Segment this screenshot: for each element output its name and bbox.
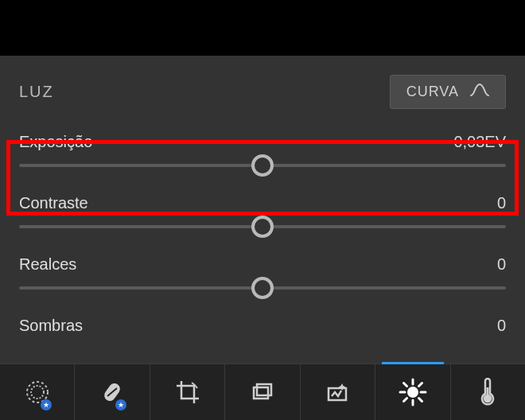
highlights-value: 0 bbox=[497, 255, 506, 274]
highlights-slider[interactable] bbox=[19, 286, 506, 290]
star-badge-icon: ★ bbox=[41, 399, 52, 410]
highlights-slider-row: Realces 0 bbox=[0, 246, 525, 307]
exposure-value: -0,03EV bbox=[449, 133, 506, 151]
svg-line-12 bbox=[403, 383, 406, 387]
svg-line-15 bbox=[418, 383, 422, 387]
svg-line-13 bbox=[418, 399, 422, 402]
svg-rect-4 bbox=[254, 387, 268, 399]
section-header: LUZ CURVA bbox=[0, 56, 525, 123]
heal-tool[interactable]: ★ bbox=[75, 364, 150, 420]
svg-point-1 bbox=[31, 386, 44, 399]
shadows-slider-row: Sombras 0 bbox=[0, 307, 525, 335]
contrast-slider-row: Contraste 0 bbox=[0, 185, 525, 246]
exposure-label: Exposição bbox=[19, 133, 92, 151]
exposure-handle[interactable] bbox=[251, 154, 274, 177]
shadows-value: 0 bbox=[497, 317, 506, 335]
shadows-label: Sombras bbox=[19, 317, 83, 335]
highlights-label: Realces bbox=[19, 255, 76, 274]
exposure-slider[interactable] bbox=[19, 164, 506, 167]
contrast-slider[interactable] bbox=[19, 225, 506, 228]
color-temp-tool[interactable] bbox=[451, 364, 525, 420]
presets-tool[interactable] bbox=[225, 364, 300, 420]
curve-button[interactable]: CURVA bbox=[390, 75, 506, 109]
contrast-value: 0 bbox=[497, 194, 506, 212]
auto-tool[interactable] bbox=[301, 364, 375, 420]
crop-tool[interactable] bbox=[150, 364, 225, 420]
section-title: LUZ bbox=[19, 83, 54, 101]
highlights-handle[interactable] bbox=[251, 277, 274, 299]
curve-button-label: CURVA bbox=[406, 84, 459, 100]
curve-icon bbox=[470, 84, 489, 100]
bottom-toolbar: ★ ★ bbox=[0, 364, 525, 420]
exposure-slider-row: Exposição -0,03EV bbox=[0, 123, 525, 185]
star-badge-icon: ★ bbox=[115, 399, 126, 410]
contrast-handle[interactable] bbox=[251, 216, 274, 238]
select-tool[interactable]: ★ bbox=[0, 364, 75, 420]
sliders-area: Exposição -0,03EV Contraste 0 Realces 0 bbox=[0, 123, 525, 335]
svg-point-7 bbox=[407, 387, 418, 398]
svg-rect-5 bbox=[257, 384, 271, 395]
image-preview bbox=[0, 0, 525, 56]
contrast-label: Contraste bbox=[19, 194, 88, 212]
light-tool[interactable] bbox=[375, 364, 450, 420]
light-panel: LUZ CURVA Exposição -0,03EV Contraste 0 bbox=[0, 56, 525, 335]
svg-line-14 bbox=[403, 399, 406, 402]
